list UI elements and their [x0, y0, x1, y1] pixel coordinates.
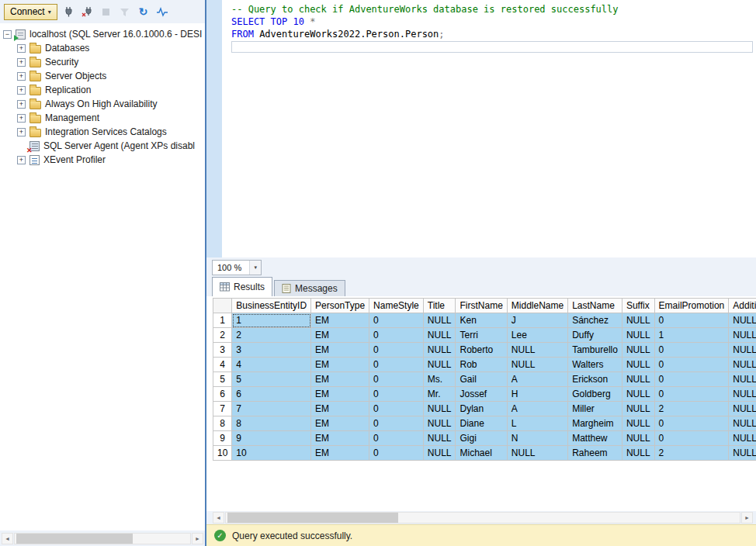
grid-cell[interactable]: NULL: [729, 446, 756, 461]
grid-cell[interactable]: NULL: [507, 343, 567, 358]
column-header[interactable]: Title: [423, 299, 456, 313]
column-header[interactable]: AdditionalC: [729, 299, 756, 313]
grid-cell[interactable]: Diane: [456, 416, 507, 431]
grid-cell[interactable]: NULL: [622, 416, 654, 431]
grid-cell[interactable]: NULL: [423, 358, 456, 372]
grid-cell[interactable]: 0: [369, 343, 424, 358]
grid-cell[interactable]: NULL: [507, 358, 567, 372]
grid-cell[interactable]: Erickson: [568, 372, 622, 387]
connect-plug-icon[interactable]: [62, 5, 76, 19]
grid-cell[interactable]: 0: [369, 387, 424, 402]
tree-item-server-objects[interactable]: +Server Objects: [0, 69, 205, 83]
expand-toggle-icon[interactable]: +: [17, 128, 26, 136]
column-header[interactable]: PersonType: [311, 299, 369, 313]
grid-cell[interactable]: Ken: [456, 313, 507, 328]
grid-cell[interactable]: 8: [232, 416, 311, 431]
expand-toggle-icon[interactable]: +: [17, 156, 26, 164]
grid-cell[interactable]: 1: [232, 313, 311, 328]
grid-cell[interactable]: 1: [654, 328, 729, 343]
grid-cell[interactable]: Raheem: [568, 446, 622, 461]
grid-corner-cell[interactable]: [213, 299, 232, 313]
expand-toggle-icon[interactable]: +: [17, 114, 26, 123]
grid-cell[interactable]: NULL: [423, 313, 456, 328]
scroll-left-icon[interactable]: ◄: [213, 512, 224, 524]
grid-cell[interactable]: Terri: [456, 328, 507, 343]
row-number[interactable]: 8: [213, 416, 232, 431]
grid-cell[interactable]: Matthew: [568, 431, 622, 446]
grid-cell[interactable]: A: [507, 372, 567, 387]
grid-cell[interactable]: NULL: [622, 446, 654, 461]
column-header[interactable]: LastName: [568, 299, 622, 313]
grid-cell[interactable]: 10: [232, 446, 311, 461]
grid-cell[interactable]: NULL: [622, 431, 654, 446]
grid-cell[interactable]: NULL: [622, 402, 654, 416]
grid-cell[interactable]: 9: [232, 431, 311, 446]
grid-cell[interactable]: NULL: [729, 313, 756, 328]
scroll-left-icon[interactable]: ◄: [2, 533, 13, 544]
row-number[interactable]: 10: [213, 446, 232, 461]
grid-cell[interactable]: Jossef: [456, 387, 507, 402]
activity-monitor-icon[interactable]: [155, 5, 169, 19]
results-hscrollbar[interactable]: ◄ ►: [211, 511, 754, 524]
grid-cell[interactable]: Tamburello: [568, 343, 622, 358]
grid-cell[interactable]: 0: [369, 431, 424, 446]
tree-item-replication[interactable]: +Replication: [0, 83, 205, 97]
grid-cell[interactable]: NULL: [622, 372, 654, 387]
tree-item-databases[interactable]: +Databases: [0, 41, 205, 55]
grid-cell[interactable]: A: [507, 402, 567, 416]
grid-cell[interactable]: 3: [232, 343, 311, 358]
column-header[interactable]: EmailPromotion: [654, 299, 729, 313]
grid-cell[interactable]: NULL: [423, 328, 456, 343]
grid-cell[interactable]: 4: [232, 358, 311, 372]
expand-toggle-icon[interactable]: −: [3, 30, 12, 39]
grid-cell[interactable]: NULL: [423, 431, 456, 446]
grid-cell[interactable]: 0: [369, 416, 424, 431]
tree-item-management[interactable]: +Management: [0, 111, 205, 125]
row-number[interactable]: 1: [213, 313, 232, 328]
grid-cell[interactable]: Margheim: [568, 416, 622, 431]
row-number[interactable]: 2: [213, 328, 232, 343]
grid-cell[interactable]: NULL: [729, 416, 756, 431]
grid-cell[interactable]: NULL: [622, 387, 654, 402]
grid-cell[interactable]: Ms.: [423, 372, 456, 387]
chevron-down-icon[interactable]: ▾: [249, 261, 261, 275]
grid-cell[interactable]: 6: [232, 387, 311, 402]
grid-cell[interactable]: 0: [369, 328, 424, 343]
grid-cell[interactable]: Gail: [456, 372, 507, 387]
grid-cell[interactable]: EM: [311, 387, 369, 402]
editor-code[interactable]: -- Query to check if AdventureWorks data…: [231, 0, 756, 257]
scroll-track[interactable]: [225, 512, 740, 524]
zoom-selector[interactable]: 100 % ▾: [212, 260, 262, 275]
grid-cell[interactable]: NULL: [507, 446, 567, 461]
grid-cell[interactable]: Michael: [456, 446, 507, 461]
tab-results[interactable]: Results: [212, 277, 272, 296]
grid-cell[interactable]: EM: [311, 416, 369, 431]
scroll-thumb[interactable]: [227, 513, 398, 523]
scroll-track[interactable]: [14, 533, 191, 544]
tree-item-xevent-profiler[interactable]: +XEvent Profiler: [0, 153, 205, 167]
grid-cell[interactable]: NULL: [423, 402, 456, 416]
expand-toggle-icon[interactable]: +: [17, 72, 26, 81]
grid-cell[interactable]: 7: [232, 402, 311, 416]
grid-cell[interactable]: Gigi: [456, 431, 507, 446]
grid-cell[interactable]: H: [507, 387, 567, 402]
row-number[interactable]: 6: [213, 387, 232, 402]
expand-toggle-icon[interactable]: +: [17, 44, 26, 53]
grid-cell[interactable]: EM: [311, 372, 369, 387]
grid-cell[interactable]: NULL: [729, 402, 756, 416]
tab-messages[interactable]: Messages: [274, 280, 345, 296]
tree-item-always-on-high-availability[interactable]: +Always On High Availability: [0, 97, 205, 111]
grid-cell[interactable]: 0: [369, 358, 424, 372]
grid-cell[interactable]: NULL: [423, 343, 456, 358]
object-explorer-hscrollbar[interactable]: ◄ ►: [0, 530, 205, 546]
grid-cell[interactable]: J: [507, 313, 567, 328]
expand-toggle-icon[interactable]: +: [17, 58, 26, 67]
grid-cell[interactable]: EM: [311, 402, 369, 416]
grid-cell[interactable]: 0: [369, 402, 424, 416]
grid-cell[interactable]: 0: [654, 358, 729, 372]
tree-item-sql-server-agent-agent-xps-disabl[interactable]: SQL Server Agent (Agent XPs disabl: [0, 139, 205, 153]
grid-cell[interactable]: 0: [369, 446, 424, 461]
grid-cell[interactable]: Lee: [507, 328, 567, 343]
column-header[interactable]: MiddleName: [507, 299, 567, 313]
column-header[interactable]: FirstName: [456, 299, 507, 313]
